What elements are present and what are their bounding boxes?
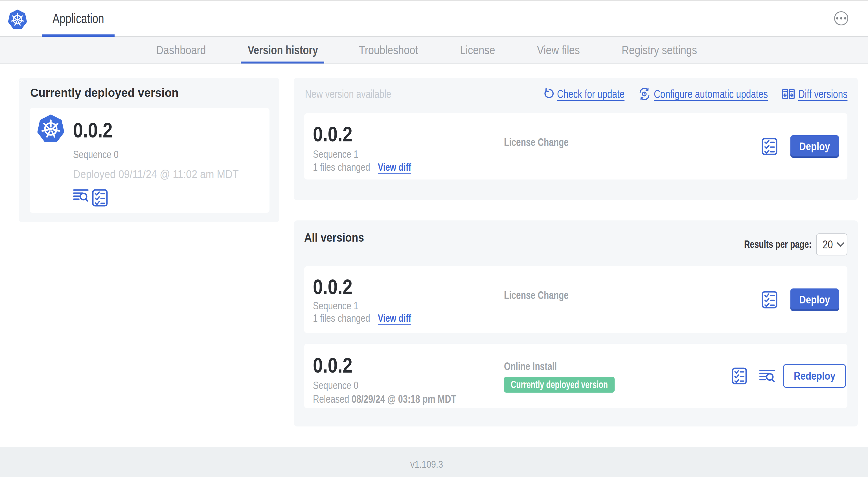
version-number: 0.0.2 [313,355,346,377]
deploy-logs-icon[interactable] [760,369,775,383]
ellipsis-icon [836,17,838,20]
deploy-button[interactable]: Deploy [790,289,839,311]
tab-license[interactable]: License [453,37,502,63]
app-header: Application [0,1,868,37]
app-tab[interactable]: Application [42,1,115,36]
all-versions-card: All versions Results per page: 20 0.0.2 … [294,220,858,426]
refresh-icon [543,88,554,100]
version-sequence: Sequence 0 [313,380,350,391]
tab-registry-settings[interactable]: Registry settings [615,37,704,63]
deployed-sequence: Sequence 0 [73,149,110,160]
new-version-row: 0.0.2 Sequence 1 1 files changed View di… [304,113,847,180]
files-changed-text: 1 files changed [313,162,360,173]
more-menu-button[interactable] [834,11,848,25]
link-label: Configure automatic updates [654,88,744,100]
active-tab-indicator [241,62,324,63]
tab-label-version-history: Version history [248,44,305,57]
preflight-checks-icon[interactable] [762,138,777,155]
tab-version-history[interactable]: Version history [241,37,324,63]
link-label: Diff versions [798,88,837,100]
app-tab-active-indicator [42,34,115,37]
version-row: 0.0.2 Sequence 0 Released 08/29/24 @ 03:… [304,344,847,408]
new-version-source: License Change [504,136,706,148]
new-version-number: 0.0.2 [313,123,346,145]
redeploy-button-label: Redeploy [794,370,829,382]
chevron-down-icon [837,242,844,247]
all-versions-title: All versions [304,231,356,244]
version-sequence: Sequence 1 [313,300,350,311]
version-source: License Change [504,289,706,301]
results-per-page-select[interactable]: 20 [816,233,847,256]
view-diff-link[interactable]: View diff [378,313,404,324]
tab-label-dashboard: Dashboard [156,44,199,57]
tab-label-license: License [460,44,490,57]
preflight-checks-icon[interactable] [92,189,108,207]
logs-magnifier-icon [760,369,775,383]
deploy-button[interactable]: Deploy [790,135,839,158]
subnav-tabs: Dashboard Version history Troubleshoot L… [149,37,704,63]
release-notes-icon[interactable] [73,189,89,202]
diff-icon [782,88,795,100]
tab-label-troubleshoot: Troubleshoot [359,44,410,57]
deployed-version-panel: 0.0.2 Sequence 0 Deployed 09/11/24 @ 11:… [30,108,270,213]
results-per-page-label: Results per page: [744,239,796,250]
schedule-sync-icon [639,88,650,100]
tab-label-view-files: View files [537,44,574,57]
new-version-title: New version available [305,88,373,100]
subnav: Dashboard Version history Troubleshoot L… [0,37,868,64]
deploy-button-label: Deploy [799,294,825,306]
check-for-update-link[interactable]: Check for update [543,88,624,100]
deploy-button-label: Deploy [799,140,825,153]
currently-deployed-title: Currently deployed version [30,86,171,99]
main-content: Currently deployed version 0.0.2 Sequenc… [0,64,868,447]
deployed-timestamp: Deployed 09/11/24 @ 11:02 am MDT [73,168,221,180]
view-diff-link[interactable]: View diff [378,162,404,173]
checklist-icon [762,138,777,155]
released-label: Released [313,393,344,405]
currently-deployed-badge: Currently deployed version [504,377,615,393]
configure-automatic-updates-link[interactable]: Configure automatic updates [639,88,768,100]
tab-dashboard[interactable]: Dashboard [149,37,213,63]
preflight-checks-icon[interactable] [762,291,777,308]
currently-deployed-card: Currently deployed version 0.0.2 Sequenc… [19,78,279,222]
tab-view-files[interactable]: View files [530,37,587,63]
new-version-card: New version available Check for update C… [294,78,858,200]
version-source: Online Install [504,360,557,372]
tab-troubleshoot[interactable]: Troubleshoot [352,37,425,63]
link-label: Check for update [557,88,610,100]
version-number: 0.0.2 [313,276,346,298]
new-version-sequence: Sequence 1 [313,149,350,160]
diff-versions-link[interactable]: Diff versions [782,88,847,100]
console-version: v1.109.3 [410,459,438,470]
files-changed-text: 1 files changed [313,313,360,324]
redeploy-button[interactable]: Redeploy [783,364,846,388]
checklist-icon [762,291,777,308]
version-row: 0.0.2 Sequence 1 1 files changed View di… [304,266,847,333]
results-per-page-value: 20 [823,238,831,251]
kubernetes-logo-icon [8,8,27,30]
released-timestamp: 08/29/24 @ 03:18 pm MDT [351,393,435,405]
preflight-checks-icon[interactable] [732,367,747,384]
deployed-version-number: 0.0.2 [73,119,107,141]
checklist-icon [732,367,747,384]
tab-label-registry-settings: Registry settings [622,44,687,57]
app-kubernetes-icon [37,114,65,143]
footer: v1.109.3 [0,447,868,477]
app-tab-label: Application [53,11,92,26]
logs-magnifier-icon [73,189,89,202]
checklist-icon [92,189,108,207]
badge-label: Currently deployed version [511,379,582,390]
